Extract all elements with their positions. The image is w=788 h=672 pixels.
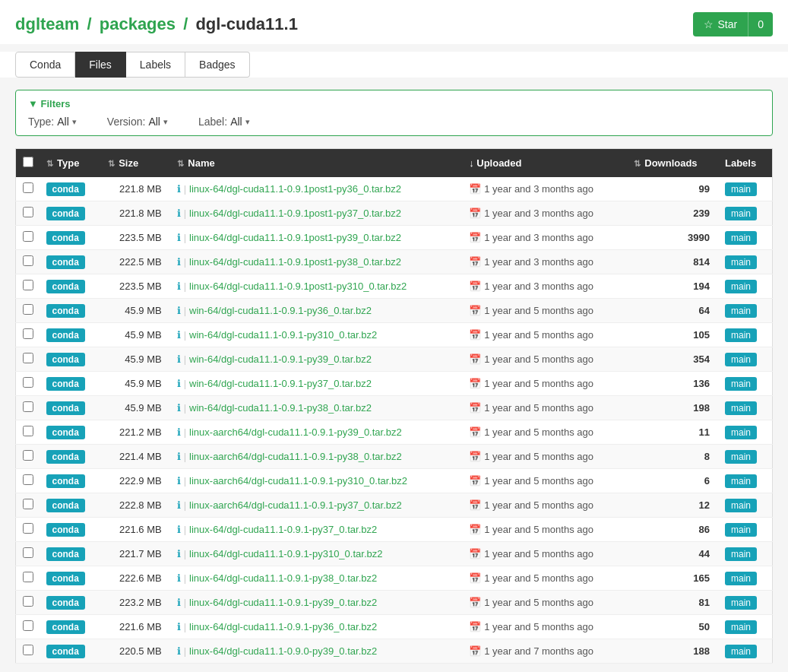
label-badge[interactable]: main — [725, 182, 757, 196]
checkbox-header[interactable] — [16, 149, 40, 178]
type-column-header[interactable]: ⇅ Type — [40, 149, 102, 178]
file-link[interactable]: linux-64/dgl-cuda11.1-0.9.1post1-py37_0.… — [189, 208, 401, 219]
info-icon[interactable]: ℹ — [177, 378, 181, 389]
label-badge[interactable]: main — [725, 547, 757, 561]
label-badge[interactable]: main — [725, 377, 757, 391]
label-badge[interactable]: main — [725, 207, 757, 220]
version-filter[interactable]: Version: All ▾ — [107, 116, 168, 128]
file-link[interactable]: linux-aarch64/dgl-cuda11.1-0.9.1-py37_0.… — [189, 499, 402, 511]
row-checkbox[interactable] — [23, 620, 33, 631]
uploaded-column-header[interactable]: ↓ Uploaded — [463, 149, 628, 178]
select-all-checkbox[interactable] — [23, 157, 33, 167]
file-link[interactable]: win-64/dgl-cuda11.1-0.9.1-py39_0.tar.bz2 — [189, 353, 372, 365]
row-checkbox[interactable] — [23, 255, 33, 266]
file-link[interactable]: win-64/dgl-cuda11.1-0.9.1-py38_0.tar.bz2 — [189, 402, 372, 414]
file-link[interactable]: win-64/dgl-cuda11.1-0.9.1-py36_0.tar.bz2 — [189, 305, 372, 316]
file-link[interactable]: win-64/dgl-cuda11.1-0.9.1-py37_0.tar.bz2 — [189, 378, 372, 389]
row-checkbox[interactable] — [23, 401, 33, 412]
info-icon[interactable]: ℹ — [177, 524, 181, 535]
label-badge[interactable]: main — [725, 353, 757, 366]
file-link[interactable]: linux-64/dgl-cuda11.1-0.9.1post1-py39_0.… — [189, 232, 401, 243]
label-badge[interactable]: main — [725, 426, 757, 439]
file-link[interactable]: linux-64/dgl-cuda11.1-0.9.1-py310_0.tar.… — [189, 548, 382, 559]
row-checkbox[interactable] — [23, 353, 33, 363]
info-icon[interactable]: ℹ — [177, 329, 181, 341]
row-checkbox[interactable] — [23, 499, 33, 509]
file-link[interactable]: linux-64/dgl-cuda11.1-0.9.0-py39_0.tar.b… — [189, 645, 377, 657]
label-badge[interactable]: main — [725, 328, 757, 342]
info-icon[interactable]: ℹ — [177, 256, 181, 268]
label-badge[interactable]: main — [725, 474, 757, 488]
file-link[interactable]: win-64/dgl-cuda11.1-0.9.1-py310_0.tar.bz… — [189, 329, 377, 341]
row-checkbox[interactable] — [23, 645, 33, 655]
row-checkbox[interactable] — [23, 450, 33, 461]
calendar-icon: 📅 — [469, 451, 481, 462]
row-checkbox[interactable] — [23, 547, 33, 558]
star-button[interactable]: ☆ Star — [693, 12, 748, 36]
info-icon[interactable]: ℹ — [177, 645, 181, 657]
label-filter[interactable]: Label: All ▾ — [198, 116, 250, 128]
row-checkbox[interactable] — [23, 377, 33, 388]
star-count-button[interactable]: 0 — [748, 12, 773, 36]
row-checkbox[interactable] — [23, 426, 33, 436]
label-badge[interactable]: main — [725, 304, 757, 318]
info-icon[interactable]: ℹ — [177, 597, 181, 608]
file-link[interactable]: linux-64/dgl-cuda11.1-0.9.1-py36_0.tar.b… — [189, 621, 377, 632]
table-row: conda223.5 MBℹ|linux-64/dgl-cuda11.1-0.9… — [16, 226, 773, 250]
label-badge[interactable]: main — [725, 620, 757, 634]
row-checkbox[interactable] — [23, 596, 33, 607]
row-checkbox[interactable] — [23, 328, 33, 339]
row-checkbox[interactable] — [23, 474, 33, 485]
file-link[interactable]: linux-64/dgl-cuda11.1-0.9.1-py37_0.tar.b… — [189, 524, 377, 535]
info-icon[interactable]: ℹ — [177, 499, 181, 511]
info-icon[interactable]: ℹ — [177, 451, 181, 462]
file-link[interactable]: linux-64/dgl-cuda11.1-0.9.1-py39_0.tar.b… — [189, 597, 377, 608]
file-link[interactable]: linux-64/dgl-cuda11.1-0.9.1post1-py38_0.… — [189, 256, 401, 268]
info-icon[interactable]: ℹ — [177, 402, 181, 414]
label-badge[interactable]: main — [725, 401, 757, 415]
file-link[interactable]: linux-64/dgl-cuda11.1-0.9.1-py38_0.tar.b… — [189, 572, 377, 584]
row-checkbox[interactable] — [23, 207, 33, 217]
row-checkbox[interactable] — [23, 572, 33, 582]
tab-files[interactable]: Files — [75, 52, 126, 78]
tab-badges[interactable]: Badges — [185, 52, 249, 78]
row-checkbox[interactable] — [23, 304, 33, 315]
row-checkbox[interactable] — [23, 231, 33, 242]
tab-conda[interactable]: Conda — [15, 52, 75, 78]
name-column-header[interactable]: ⇅ Name — [171, 149, 463, 178]
downloads-column-header[interactable]: ⇅ Downloads — [628, 149, 719, 178]
row-checkbox[interactable] — [23, 280, 33, 290]
label-badge[interactable]: main — [725, 499, 757, 512]
label-badge[interactable]: main — [725, 523, 757, 537]
info-icon[interactable]: ℹ — [177, 232, 181, 243]
file-link[interactable]: linux-aarch64/dgl-cuda11.1-0.9.1-py38_0.… — [189, 451, 402, 462]
org-link[interactable]: dglteam — [15, 14, 79, 33]
label-badge[interactable]: main — [725, 572, 757, 585]
size-column-header[interactable]: ⇅ Size — [102, 149, 171, 178]
row-checkbox[interactable] — [23, 182, 33, 193]
label-badge[interactable]: main — [725, 255, 757, 269]
label-badge[interactable]: main — [725, 280, 757, 293]
label-badge[interactable]: main — [725, 450, 757, 464]
info-icon[interactable]: ℹ — [177, 305, 181, 316]
file-link[interactable]: linux-aarch64/dgl-cuda11.1-0.9.1-py310_0… — [189, 475, 407, 487]
file-link[interactable]: linux-64/dgl-cuda11.1-0.9.1post1-py36_0.… — [189, 183, 401, 195]
label-badge[interactable]: main — [725, 645, 757, 658]
label-badge[interactable]: main — [725, 231, 757, 245]
info-icon[interactable]: ℹ — [177, 475, 181, 487]
info-icon[interactable]: ℹ — [177, 281, 181, 292]
label-badge[interactable]: main — [725, 596, 757, 610]
tab-labels[interactable]: Labels — [126, 52, 185, 78]
packages-link[interactable]: packages — [100, 14, 176, 33]
file-link[interactable]: linux-64/dgl-cuda11.1-0.9.1post1-py310_0… — [189, 281, 407, 292]
info-icon[interactable]: ℹ — [177, 426, 181, 438]
info-icon[interactable]: ℹ — [177, 208, 181, 219]
file-link[interactable]: linux-aarch64/dgl-cuda11.1-0.9.1-py39_0.… — [189, 426, 402, 438]
info-icon[interactable]: ℹ — [177, 548, 181, 559]
info-icon[interactable]: ℹ — [177, 572, 181, 584]
info-icon[interactable]: ℹ — [177, 183, 181, 195]
info-icon[interactable]: ℹ — [177, 353, 181, 365]
type-filter[interactable]: Type: All ▾ — [28, 116, 77, 128]
row-checkbox[interactable] — [23, 523, 33, 534]
info-icon[interactable]: ℹ — [177, 621, 181, 632]
